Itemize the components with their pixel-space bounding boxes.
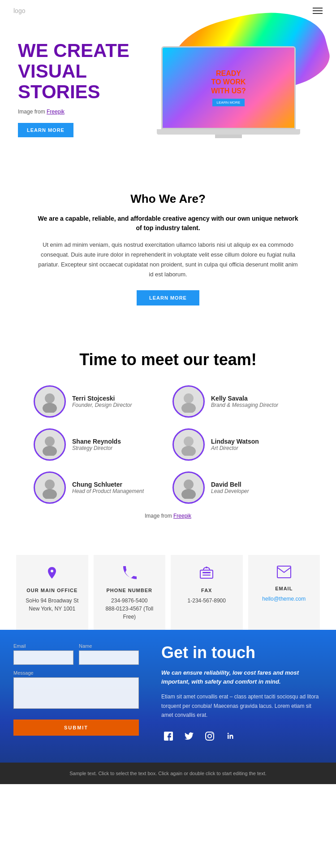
get-in-touch-content: Get in touch We can ensure reliability, … xyxy=(148,630,323,745)
member-info-terri: Terri Stojceski Founder, Design Director xyxy=(72,395,132,408)
member-name-terri: Terri Stojceski xyxy=(72,395,132,402)
member-role-shane: Strategy Director xyxy=(72,445,121,451)
hero-image: READY TO WORK WITH US? LEARN MORE xyxy=(134,37,318,140)
team-freepik-link[interactable]: Freepik xyxy=(173,513,191,519)
team-heading: Time to meet our team! xyxy=(18,350,318,369)
phone-card-title: PHONE NUMBER xyxy=(101,588,159,593)
svg-point-6 xyxy=(184,436,194,446)
member-name-chung: Chung Schlueter xyxy=(72,481,144,488)
get-in-touch-section: Email Name Message SUBMIT Get in touch W… xyxy=(0,630,336,763)
git-tagline: We can ensure reliability, low cost fare… xyxy=(161,668,323,686)
who-heading: Who We Are? xyxy=(36,192,300,206)
svg-point-3 xyxy=(181,403,196,413)
member-info-shane: Shane Reynolds Strategy Director xyxy=(72,438,121,451)
member-role-chung: Head of Product Management xyxy=(72,488,144,494)
contact-form: Email Name Message SUBMIT xyxy=(13,630,148,745)
member-role-david: Lead Developer xyxy=(211,488,249,494)
svg-point-0 xyxy=(45,393,55,403)
fax-card-title: FAX xyxy=(178,588,236,593)
svg-point-11 xyxy=(181,489,196,499)
team-member-chung: Chung Schlueter Head of Product Manageme… xyxy=(34,471,164,504)
svg-rect-12 xyxy=(200,570,213,578)
member-name-lindsay: Lindsay Watson xyxy=(211,438,259,445)
email-input[interactable] xyxy=(13,650,73,665)
git-heading: Get in touch xyxy=(161,643,323,662)
svg-point-7 xyxy=(181,446,196,456)
team-image-credit: Image from Freepik xyxy=(18,513,318,519)
social-icons xyxy=(161,729,323,743)
team-grid: Terri Stojceski Founder, Design Director… xyxy=(34,385,302,504)
email-icon xyxy=(255,566,313,581)
svg-point-18 xyxy=(208,734,211,738)
hero-section: WE CREATE VISUAL STORIES Image from Free… xyxy=(0,22,336,165)
member-role-kelly: Brand & Messaging Director xyxy=(211,402,278,408)
member-role-terri: Founder, Design Director xyxy=(72,402,132,408)
message-label: Message xyxy=(13,670,139,676)
contact-card-fax: FAX 1-234-567-8900 xyxy=(171,555,243,630)
member-info-kelly: Kelly Savala Brand & Messaging Director xyxy=(211,395,278,408)
team-member-david: David Bell Lead Developer xyxy=(172,471,302,504)
team-member-terri: Terri Stojceski Founder, Design Director xyxy=(34,385,164,418)
member-name-david: David Bell xyxy=(211,481,249,488)
svg-point-1 xyxy=(43,403,57,413)
logo: logo xyxy=(13,7,25,14)
avatar-terri xyxy=(34,385,66,418)
office-card-text: SoHo 94 Broadway StNew York, NY 1001 xyxy=(23,597,81,613)
contact-card-office: OUR MAIN OFFICE SoHo 94 Broadway StNew Y… xyxy=(16,555,88,630)
contact-card-phone: PHONE NUMBER 234-9876-5400888-0123-4567 … xyxy=(94,555,166,630)
member-info-david: David Bell Lead Developer xyxy=(211,481,249,494)
team-member-lindsay: Lindsay Watson Art Director xyxy=(172,428,302,461)
team-member-shane: Shane Reynolds Strategy Director xyxy=(34,428,164,461)
git-body: Etiam sit amet convallis erat – class ap… xyxy=(161,692,323,720)
instagram-icon[interactable] xyxy=(202,729,217,743)
navbar: logo xyxy=(0,0,336,22)
hero-title: WE CREATE VISUAL STORIES xyxy=(18,40,134,103)
office-card-title: OUR MAIN OFFICE xyxy=(23,588,81,593)
svg-point-2 xyxy=(184,393,194,403)
freepik-link[interactable]: Freepik xyxy=(47,109,65,115)
email-card-text: hello@theme.com xyxy=(255,595,313,603)
submit-button[interactable]: SUBMIT xyxy=(13,720,139,736)
svg-point-9 xyxy=(43,489,57,499)
member-name-kelly: Kelly Savala xyxy=(211,395,278,402)
who-body: Ut enim ad minim veniam, quis nostrud ex… xyxy=(36,240,300,279)
svg-point-10 xyxy=(184,480,194,489)
linkedin-icon[interactable] xyxy=(223,729,237,743)
contact-card-email: EMAIL hello@theme.com xyxy=(248,555,320,630)
laptop-screen-text: READY TO WORK WITH US? xyxy=(211,69,246,95)
email-card-title: EMAIL xyxy=(255,586,313,591)
contact-cards-section: OUR MAIN OFFICE SoHo 94 Broadway StNew Y… xyxy=(0,537,336,630)
fax-card-text: 1-234-567-8900 xyxy=(178,597,236,605)
avatar-lindsay xyxy=(172,428,205,461)
phone-card-text: 234-9876-5400888-0123-4567 (Toll Free) xyxy=(101,597,159,621)
laptop-screen-button: LEARN MORE xyxy=(212,99,245,106)
phone-icon xyxy=(101,566,159,583)
hero-learn-more-button[interactable]: LEARN MORE xyxy=(18,123,73,137)
svg-point-15 xyxy=(206,567,207,568)
avatar-shane xyxy=(34,428,66,461)
laptop-graphic: READY TO WORK WITH US? LEARN MORE xyxy=(152,46,305,140)
svg-point-8 xyxy=(45,480,55,489)
team-section: Time to meet our team! Terri Stojceski F… xyxy=(0,328,336,537)
location-icon xyxy=(23,566,81,583)
name-input[interactable] xyxy=(79,650,139,665)
avatar-chung xyxy=(34,471,66,504)
svg-rect-13 xyxy=(202,572,211,573)
svg-point-5 xyxy=(43,446,57,456)
who-subtitle: We are a capable, reliable, and affordab… xyxy=(36,214,300,233)
avatar-david xyxy=(172,471,205,504)
twitter-icon[interactable] xyxy=(182,729,196,743)
footer-text: Sample text. Click to select the text bo… xyxy=(69,771,267,776)
message-textarea[interactable] xyxy=(13,677,139,709)
team-member-kelly: Kelly Savala Brand & Messaging Director xyxy=(172,385,302,418)
who-learn-more-button[interactable]: LEARN MORE xyxy=(137,290,199,305)
svg-point-4 xyxy=(45,436,55,446)
avatar-kelly xyxy=(172,385,205,418)
facebook-icon[interactable] xyxy=(161,729,176,743)
footer: Sample text. Click to select the text bo… xyxy=(0,763,336,784)
name-label: Name xyxy=(79,643,139,649)
member-name-shane: Shane Reynolds xyxy=(72,438,121,445)
member-info-lindsay: Lindsay Watson Art Director xyxy=(211,438,259,451)
hero-image-credit: Image from Freepik xyxy=(18,109,134,115)
hamburger-menu[interactable] xyxy=(313,8,323,14)
